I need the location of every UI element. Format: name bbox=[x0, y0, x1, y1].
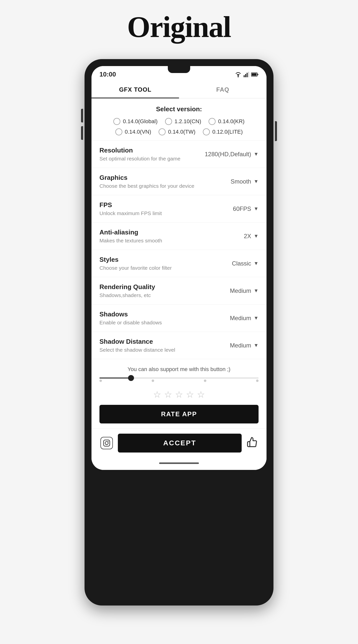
slider-thumb[interactable] bbox=[128, 375, 134, 381]
status-time: 10:00 bbox=[100, 70, 116, 78]
setting-name-antialiasing: Anti-aliasing bbox=[100, 228, 219, 236]
support-section: You can also support me with this button… bbox=[92, 359, 266, 428]
slider-track bbox=[100, 378, 259, 378]
setting-value-resolution: 1280(HD,Default) bbox=[205, 151, 251, 158]
phone-screen: 10:00 bbox=[92, 66, 266, 470]
slider-container[interactable] bbox=[100, 378, 259, 382]
dropdown-arrow-styles[interactable]: ▼ bbox=[254, 260, 259, 266]
setting-right-rendering[interactable]: Medium ▼ bbox=[219, 287, 259, 294]
tab-gfx-tool[interactable]: GFX TOOL bbox=[92, 81, 179, 98]
setting-row-styles: Styles Choose your favorite color filter… bbox=[92, 250, 266, 277]
setting-name-shadows: Shadows bbox=[100, 310, 219, 318]
dropdown-arrow-shadow-distance[interactable]: ▼ bbox=[254, 342, 259, 348]
version-option-lite[interactable]: 0.12.0(LITE) bbox=[203, 128, 243, 135]
setting-right-fps[interactable]: 60FPS ▼ bbox=[219, 206, 259, 212]
setting-desc-shadow-distance: Select the shadow distance level bbox=[100, 347, 219, 353]
accept-button[interactable]: ACCEPT bbox=[118, 434, 242, 452]
dropdown-arrow-graphics[interactable]: ▼ bbox=[254, 178, 259, 184]
battery-icon bbox=[251, 72, 259, 77]
setting-left-styles: Styles Choose your favorite color filter bbox=[100, 256, 219, 271]
radio-lite[interactable] bbox=[203, 128, 210, 135]
dropdown-arrow-shadows[interactable]: ▼ bbox=[254, 315, 259, 321]
version-label-lite: 0.12.0(LITE) bbox=[212, 129, 243, 135]
version-option-tw[interactable]: 0.14.0(TW) bbox=[159, 128, 195, 135]
setting-desc-graphics: Choose the best graphics for your device bbox=[100, 183, 219, 189]
star-3[interactable]: ☆ bbox=[175, 390, 183, 400]
slider-dot-4 bbox=[256, 380, 259, 382]
rate-app-button[interactable]: RATE APP bbox=[100, 405, 259, 424]
phone-frame: 10:00 bbox=[85, 59, 273, 606]
star-4[interactable]: ☆ bbox=[186, 390, 194, 400]
version-label-vn: 0.14.0(VN) bbox=[125, 129, 151, 135]
setting-row-shadow-distance: Shadow Distance Select the shadow distan… bbox=[92, 332, 266, 359]
setting-name-shadow-distance: Shadow Distance bbox=[100, 338, 219, 346]
version-option-vn[interactable]: 0.14.0(VN) bbox=[115, 128, 151, 135]
page-wrapper: Original 10:00 bbox=[0, 0, 358, 644]
thumbsup-svg bbox=[247, 436, 258, 448]
setting-value-styles: Classic bbox=[232, 260, 251, 267]
instagram-icon[interactable] bbox=[100, 437, 113, 449]
setting-name-rendering: Rendering Quality bbox=[100, 283, 219, 291]
setting-right-shadows[interactable]: Medium ▼ bbox=[219, 315, 259, 322]
setting-value-graphics: Smooth bbox=[230, 178, 251, 185]
support-text: You can also support me with this button… bbox=[100, 366, 259, 372]
star-5[interactable]: ☆ bbox=[197, 390, 205, 400]
radio-global[interactable] bbox=[113, 118, 120, 125]
setting-left-shadow-distance: Shadow Distance Select the shadow distan… bbox=[100, 338, 219, 353]
version-row-1: 0.14.0(Global) 1.2.10(CN) 0.14.0(KR) bbox=[113, 118, 244, 125]
setting-left-shadows: Shadows Enable or disable shadows bbox=[100, 310, 219, 326]
setting-right-shadow-distance[interactable]: Medium ▼ bbox=[219, 342, 259, 349]
slider-dot-1 bbox=[100, 380, 102, 382]
setting-desc-rendering: Shadows,shaders, etc bbox=[100, 292, 219, 298]
svg-rect-9 bbox=[104, 440, 110, 446]
notch bbox=[168, 66, 190, 73]
dropdown-arrow-rendering[interactable]: ▼ bbox=[254, 288, 259, 294]
version-section: Select version: 0.14.0(Global) 1.2.10(CN… bbox=[92, 98, 266, 140]
thumbsup-icon[interactable] bbox=[247, 436, 258, 450]
svg-marker-0 bbox=[237, 74, 240, 76]
radio-vn[interactable] bbox=[115, 128, 122, 135]
setting-row-rendering: Rendering Quality Shadows,shaders, etc M… bbox=[92, 277, 266, 304]
dropdown-arrow-resolution[interactable]: ▼ bbox=[254, 151, 259, 157]
slider-dots bbox=[100, 380, 259, 382]
setting-value-antialiasing: 2X bbox=[244, 233, 251, 240]
dropdown-arrow-fps[interactable]: ▼ bbox=[254, 206, 259, 212]
version-option-cn[interactable]: 1.2.10(CN) bbox=[165, 118, 201, 125]
radio-kr[interactable] bbox=[209, 118, 216, 125]
svg-rect-5 bbox=[248, 72, 249, 77]
radio-cn[interactable] bbox=[165, 118, 172, 125]
version-option-kr[interactable]: 0.14.0(KR) bbox=[209, 118, 244, 125]
version-label-global: 0.14.0(Global) bbox=[123, 118, 157, 125]
wifi-icon bbox=[235, 72, 242, 77]
setting-left-rendering: Rendering Quality Shadows,shaders, etc bbox=[100, 283, 219, 298]
svg-rect-7 bbox=[257, 74, 258, 75]
setting-right-antialiasing[interactable]: 2X ▼ bbox=[219, 233, 259, 240]
radio-tw[interactable] bbox=[159, 128, 166, 135]
setting-right-graphics[interactable]: Smooth ▼ bbox=[219, 178, 259, 185]
setting-right-resolution[interactable]: 1280(HD,Default) ▼ bbox=[205, 151, 259, 158]
bottom-bar: ACCEPT bbox=[92, 428, 266, 460]
setting-row-resolution: Resolution Set optimal resolution for th… bbox=[92, 140, 266, 168]
svg-point-1 bbox=[238, 76, 239, 77]
svg-rect-2 bbox=[244, 75, 245, 77]
star-2[interactable]: ☆ bbox=[164, 390, 172, 400]
svg-rect-4 bbox=[247, 73, 248, 77]
tabs-container: GFX TOOL FAQ bbox=[92, 81, 266, 98]
tab-faq[interactable]: FAQ bbox=[179, 81, 266, 98]
version-label-kr: 0.14.0(KR) bbox=[218, 118, 244, 125]
dropdown-arrow-antialiasing[interactable]: ▼ bbox=[254, 233, 259, 239]
setting-left-graphics: Graphics Choose the best graphics for yo… bbox=[100, 174, 219, 189]
stars-row[interactable]: ☆ ☆ ☆ ☆ ☆ bbox=[100, 390, 259, 400]
setting-desc-styles: Choose your favorite color filter bbox=[100, 265, 219, 271]
svg-rect-3 bbox=[245, 74, 246, 77]
setting-name-graphics: Graphics bbox=[100, 174, 219, 182]
version-option-global[interactable]: 0.14.0(Global) bbox=[113, 118, 157, 125]
version-title: Select version: bbox=[97, 105, 261, 113]
svg-rect-8 bbox=[252, 73, 257, 76]
setting-right-styles[interactable]: Classic ▼ bbox=[219, 260, 259, 267]
setting-value-shadows: Medium bbox=[230, 315, 251, 322]
version-options: 0.14.0(Global) 1.2.10(CN) 0.14.0(KR) bbox=[97, 118, 261, 135]
setting-row-graphics: Graphics Choose the best graphics for yo… bbox=[92, 168, 266, 195]
star-1[interactable]: ☆ bbox=[153, 390, 161, 400]
slider-fill bbox=[100, 378, 131, 378]
